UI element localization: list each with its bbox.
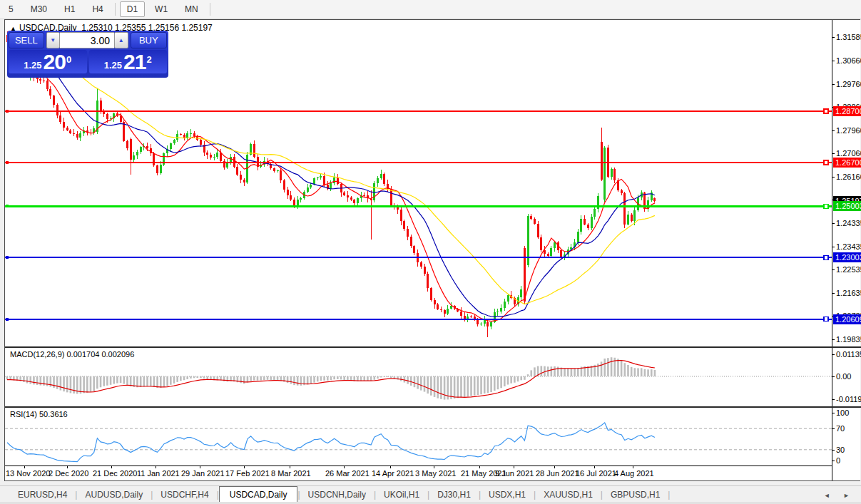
price-scale-tick: 1.31585 <box>836 33 861 41</box>
macd-scale-tick: 0.01135 <box>836 350 861 359</box>
price-scale[interactable]: 1.315851.306601.297601.288601.279601.270… <box>832 20 860 480</box>
price-scale-tick: 1.27060 <box>836 149 861 158</box>
timeframe-button-h1[interactable]: H1 <box>57 1 82 17</box>
buy-price-base: 1.25 <box>104 58 122 73</box>
price-scale-tick: 1.27960 <box>836 126 861 135</box>
chart-plot-area[interactable]: 13 Nov 20202 Dec 202021 Dec 202011 Jan 2… <box>5 20 832 480</box>
svg-text:8 Mar 2021: 8 Mar 2021 <box>271 469 311 478</box>
toolbar-separator <box>115 3 116 16</box>
svg-text:26 Mar 2021: 26 Mar 2021 <box>325 469 370 478</box>
chart-tab-usdcad-daily[interactable]: USDCAD,Daily <box>219 486 298 503</box>
chart-tab-gbpusd-h1[interactable]: GBPUSD,H1 <box>603 487 668 503</box>
macd-indicator-label: MACD(12,26,9) 0.001704 0.002096 <box>10 350 134 359</box>
svg-text:9 Jun 2021: 9 Jun 2021 <box>495 469 534 478</box>
sell-price-pips: 20 <box>44 51 66 73</box>
chart-tab-audusd-daily[interactable]: AUDUSD,Daily <box>77 487 151 503</box>
svg-text:13 Nov 2020: 13 Nov 2020 <box>6 469 50 478</box>
volume-increase-button[interactable]: ▲ <box>114 32 128 48</box>
chart-tab-usdchf-h4[interactable]: USDCHF,H4 <box>153 487 216 503</box>
chart-canvas[interactable]: 13 Nov 20202 Dec 202021 Dec 202011 Jan 2… <box>5 20 832 480</box>
volume-decrease-button[interactable]: ▼ <box>46 32 60 48</box>
tab-scroll-arrows[interactable]: ◄ ► <box>824 492 861 503</box>
price-level-badge: 1.26700 <box>833 158 861 168</box>
macd-scale-tick: 0.00 <box>836 372 851 381</box>
buy-price-point: 2 <box>146 50 151 70</box>
chart-tab-usdcnh-daily[interactable]: USDCNH,Daily <box>300 487 374 503</box>
svg-text:3 May 2021: 3 May 2021 <box>415 469 456 478</box>
price-scale-tick: 1.30660 <box>836 56 861 65</box>
chart-tab-ukoil-h1[interactable]: UKOil,H1 <box>376 487 427 503</box>
one-click-trade-panel: SELL ▼ ▲ BUY 1.25 20 0 1.25 21 2 <box>7 31 168 78</box>
date-axis[interactable]: 13 Nov 20202 Dec 202021 Dec 202011 Jan 2… <box>6 466 654 478</box>
price-scale-tick: 1.23435 <box>836 242 861 251</box>
timeframe-toolbar: 5M30H1H4D1W1MN <box>0 0 861 19</box>
price-scale-tick: 1.19835 <box>836 335 861 344</box>
buy-price-pips: 21 <box>123 51 146 73</box>
sell-price-point: 0 <box>66 50 71 70</box>
sell-button[interactable]: SELL <box>9 32 44 48</box>
price-level-badge: 1.23003 <box>833 252 861 262</box>
price-level-badge: 1.28700 <box>833 106 861 116</box>
timeframe-button-h4[interactable]: H4 <box>85 1 110 17</box>
svg-text:21 Dec 2020: 21 Dec 2020 <box>93 469 137 478</box>
svg-text:16 Jul 2021: 16 Jul 2021 <box>576 469 616 478</box>
chart-tab-eurusd-h4[interactable]: EURUSD,H4 <box>10 487 75 503</box>
price-scale-tick: 1.21635 <box>836 289 861 297</box>
chart-tab-xauusd-h1[interactable]: XAUUSD,H1 <box>536 487 601 503</box>
rsi-layer <box>5 423 832 462</box>
chevron-up-icon: ▲ <box>118 37 124 43</box>
price-scale-tick: 1.29760 <box>836 80 861 88</box>
macd-scale-tick: -0.01190 <box>836 395 861 403</box>
svg-text:4 Aug 2021: 4 Aug 2021 <box>614 469 654 478</box>
svg-text:17 Feb 2021: 17 Feb 2021 <box>225 469 270 478</box>
timeframe-button-mn[interactable]: MN <box>178 1 205 17</box>
timeframe-button-d1[interactable]: D1 <box>120 1 145 17</box>
price-scale-tick: 1.22535 <box>836 265 861 274</box>
timeframe-button-w1[interactable]: W1 <box>148 1 175 17</box>
macd-layer <box>5 357 832 399</box>
buy-price-display[interactable]: 1.25 21 2 <box>89 50 168 73</box>
price-scale-tick: 1.26160 <box>836 173 861 181</box>
horizontal-lines-layer[interactable] <box>5 109 832 322</box>
chart-tab-usdx-h1[interactable]: USDX,H1 <box>481 487 534 503</box>
chart-tab-dj30-h1[interactable]: DJ30,H1 <box>429 487 479 503</box>
svg-text:28 Jun 2021: 28 Jun 2021 <box>536 469 579 478</box>
timeframe-button-m30[interactable]: M30 <box>24 1 54 17</box>
timeframe-button-5[interactable]: 5 <box>1 1 21 17</box>
chevron-down-icon: ▼ <box>50 37 56 43</box>
rsi-scale-tick: 30 <box>836 446 845 454</box>
sell-price-display[interactable]: 1.25 20 0 <box>9 50 87 73</box>
volume-input[interactable] <box>60 32 114 48</box>
svg-text:14 Apr 2021: 14 Apr 2021 <box>372 469 414 478</box>
svg-text:29 Jan 2021: 29 Jan 2021 <box>181 469 225 478</box>
svg-text:2 Dec 2020: 2 Dec 2020 <box>49 469 88 478</box>
price-level-badge: 1.25003 <box>833 201 861 211</box>
toolbar-separator <box>210 3 210 16</box>
buy-button[interactable]: BUY <box>131 32 168 48</box>
sell-price-base: 1.25 <box>24 58 41 73</box>
pane-separator[interactable] <box>5 406 860 408</box>
chart-window: ▲USDCAD,Daily 1.25310 1.25355 1.25156 1.… <box>4 19 860 481</box>
rsi-scale-tick: 70 <box>836 424 845 433</box>
price-level-badge: 1.20609 <box>833 314 861 324</box>
svg-text:11 Jan 2021: 11 Jan 2021 <box>137 469 180 478</box>
rsi-indicator-label: RSI(14) 50.3616 <box>10 410 68 418</box>
tab-separator: | <box>668 487 670 503</box>
pane-separator[interactable] <box>5 346 860 348</box>
rsi-scale-tick: 0 <box>836 456 840 465</box>
chart-tab-bar: EURUSD,H4|AUDUSD,Daily|USDCHF,H4|USDCAD,… <box>0 485 861 503</box>
price-scale-tick: 1.24335 <box>836 219 861 227</box>
rsi-scale-tick: 100 <box>836 408 849 417</box>
